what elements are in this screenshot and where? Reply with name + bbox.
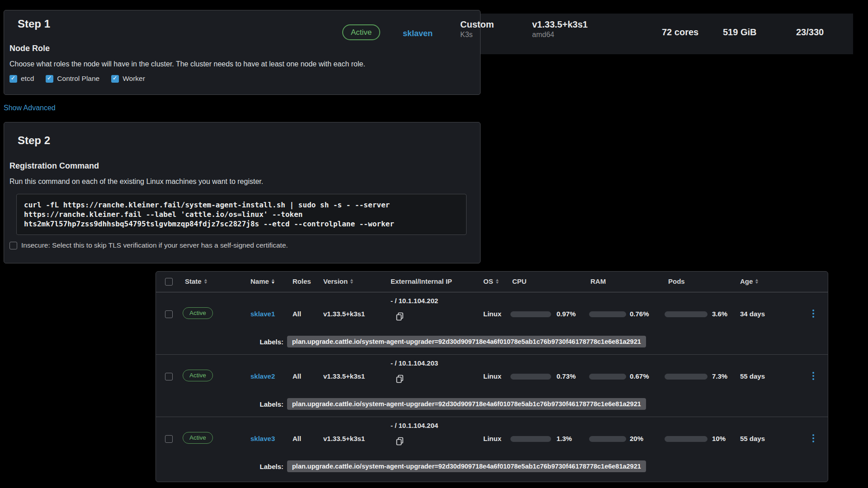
sort-icon: ▲▼ xyxy=(350,279,354,284)
version-value: v1.33.5+k3s1 xyxy=(532,19,588,30)
copy-ip-icon[interactable] xyxy=(396,375,404,385)
pods-percent: 7.3% xyxy=(712,371,727,381)
cpu-percent: 0.73% xyxy=(557,371,576,381)
insecure-checkbox[interactable] xyxy=(9,242,17,249)
ram-percent: 20% xyxy=(630,434,643,444)
node-age: 55 days xyxy=(740,371,765,381)
label-chip: plan.upgrade.cattle.io/system-agent-upgr… xyxy=(287,460,646,472)
pods-percent: 10% xyxy=(712,434,726,444)
node-os: Linux xyxy=(483,371,501,381)
registration-command-code[interactable]: curl -fL https://ranche.kleiner.fail/sys… xyxy=(16,194,467,235)
labels-caption: Labels: xyxy=(224,400,283,408)
step1-panel: Step 1 Node Role Choose what roles the n… xyxy=(4,10,481,95)
checkbox-control-plane-box xyxy=(46,75,53,83)
node-os: Linux xyxy=(483,434,501,444)
labels-caption: Labels: xyxy=(224,338,283,346)
select-all-checkbox[interactable] xyxy=(165,278,173,286)
node-ip: - / 10.1.104.203 xyxy=(391,358,438,368)
row-checkbox[interactable] xyxy=(165,435,173,443)
node-name-link[interactable]: sklave3 xyxy=(250,434,275,444)
node-role-heading: Node Role xyxy=(9,44,50,53)
command-line-1: curl -fL https://ranche.kleiner.fail/sys… xyxy=(24,200,459,210)
row-checkbox[interactable] xyxy=(165,373,173,380)
status-badge: Active xyxy=(183,432,213,444)
ram-gauge xyxy=(589,436,626,442)
cluster-provider: Custom K3s xyxy=(460,19,494,40)
checkbox-etcd-label: etcd xyxy=(21,75,34,83)
insecure-checkbox-row[interactable]: Insecure: Select this to skip TLS verifi… xyxy=(9,241,288,249)
node-role-checkboxes: etcd Control Plane Worker xyxy=(9,75,145,83)
node-os: Linux xyxy=(483,309,501,319)
step2-title: Step 2 xyxy=(18,134,50,147)
row-checkbox[interactable] xyxy=(165,310,173,318)
copy-ip-icon[interactable] xyxy=(396,437,404,447)
nodes-table: State ▲▼ Name ▲▼ Roles Version ▲▼ Extern… xyxy=(156,271,828,482)
sort-icon: ▲▼ xyxy=(204,279,208,284)
table-row-sklave3: Active sklave3 All v1.33.5+k3s1 - / 10.1… xyxy=(156,417,828,482)
checkbox-worker-label: Worker xyxy=(123,75,145,83)
command-line-2: https://ranche.kleiner.fail --label 'cat… xyxy=(24,210,459,219)
table-header-row: State ▲▼ Name ▲▼ Roles Version ▲▼ Extern… xyxy=(156,272,828,292)
cpu-gauge xyxy=(510,374,551,380)
node-ip: - / 10.1.104.204 xyxy=(391,421,438,431)
column-header-os[interactable]: OS ▲▼ xyxy=(483,277,499,285)
step1-title: Step 1 xyxy=(18,18,50,30)
sort-icon: ▲▼ xyxy=(495,279,499,284)
status-badge: Active xyxy=(183,307,213,319)
label-chip: plan.upgrade.cattle.io/system-agent-upgr… xyxy=(287,398,646,410)
cpu-percent: 0.97% xyxy=(557,309,576,319)
node-age: 55 days xyxy=(740,434,765,444)
step2-panel: Step 2 Registration Command Run this com… xyxy=(4,122,481,263)
row-actions-kebab[interactable] xyxy=(810,309,817,319)
ram-percent: 0.76% xyxy=(630,309,649,319)
column-header-name[interactable]: Name ▲▼ xyxy=(250,277,275,285)
cpu-gauge xyxy=(510,436,551,442)
node-roles: All xyxy=(292,309,301,319)
provider-value: Custom xyxy=(460,19,494,30)
row-actions-kebab[interactable] xyxy=(810,433,817,443)
column-header-pods: Pods xyxy=(668,277,685,285)
checkbox-control-plane[interactable]: Control Plane xyxy=(46,75,99,83)
table-row-sklave1: Active sklave1 All v1.33.5+k3s1 - / 10.1… xyxy=(156,292,828,355)
checkbox-worker-box xyxy=(111,75,119,83)
row-actions-kebab[interactable] xyxy=(810,371,817,381)
show-advanced-link[interactable]: Show Advanced xyxy=(4,104,56,112)
cpu-percent: 1.3% xyxy=(557,434,572,444)
column-header-state[interactable]: State ▲▼ xyxy=(185,277,208,285)
column-header-ram: RAM xyxy=(590,277,606,285)
column-header-version[interactable]: Version ▲▼ xyxy=(323,277,354,285)
node-role-description: Choose what roles the node will have in … xyxy=(9,60,365,68)
label-chip: plan.upgrade.cattle.io/system-agent-upgr… xyxy=(287,336,646,347)
cpu-gauge xyxy=(510,311,551,317)
checkbox-etcd-box xyxy=(9,75,17,83)
node-roles: All xyxy=(292,371,301,381)
cluster-name-link[interactable]: sklaven xyxy=(403,29,433,38)
node-name-link[interactable]: sklave2 xyxy=(250,371,275,381)
distro-value: K3s xyxy=(460,30,494,40)
cluster-pods-count: 23/330 xyxy=(796,27,824,38)
labels-caption: Labels: xyxy=(224,463,283,470)
pods-gauge xyxy=(665,436,708,442)
pods-gauge xyxy=(665,311,708,317)
cluster-version: v1.33.5+k3s1 amd64 xyxy=(532,19,588,40)
arch-value: amd64 xyxy=(532,30,588,40)
sort-icon: ▲▼ xyxy=(271,279,275,284)
cluster-memory: 519 GiB xyxy=(723,27,756,38)
pods-gauge xyxy=(665,374,708,380)
cluster-cores: 72 cores xyxy=(662,27,698,38)
node-version: v1.33.5+k3s1 xyxy=(323,434,365,444)
node-ip: - / 10.1.104.202 xyxy=(391,296,438,306)
ram-gauge xyxy=(589,311,626,317)
status-badge: Active xyxy=(183,370,213,381)
node-name-link[interactable]: sklave1 xyxy=(250,309,275,319)
node-roles: All xyxy=(292,434,301,444)
table-row-sklave2: Active sklave2 All v1.33.5+k3s1 - / 10.1… xyxy=(156,355,828,417)
cluster-status-badge: Active xyxy=(342,24,380,40)
column-header-age[interactable]: Age ▲▼ xyxy=(740,277,759,285)
node-age: 34 days xyxy=(740,309,765,319)
checkbox-etcd[interactable]: etcd xyxy=(9,75,34,83)
checkbox-worker[interactable]: Worker xyxy=(111,75,145,83)
cluster-status-label: Active xyxy=(342,24,380,40)
copy-ip-icon[interactable] xyxy=(396,312,404,323)
column-header-ip: External/Internal IP xyxy=(391,277,452,285)
